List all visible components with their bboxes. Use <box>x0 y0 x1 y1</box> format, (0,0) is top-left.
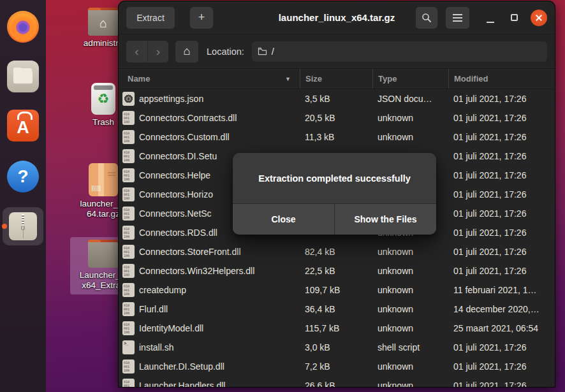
table-row[interactable]: appsettings.json 3,5 kB JSON docu… 01 ju… <box>119 89 555 108</box>
file-type: JSON docu… <box>372 94 448 104</box>
file-type: unknown <box>372 323 448 333</box>
table-row[interactable]: Launcher.DI.Setup.dll 7,2 kB unknown 01 … <box>119 357 555 376</box>
location-field[interactable]: / <box>252 41 547 62</box>
file-modified: 01 juli 2021, 17:26 <box>448 170 555 180</box>
dock-item-help[interactable]: ? <box>0 161 46 192</box>
minimize-button[interactable] <box>487 22 494 23</box>
file-name: createdump <box>139 285 300 295</box>
file-modified: 01 juli 2021, 17:26 <box>448 266 555 276</box>
location-bar: ‹ › ⌂ Location: / <box>119 34 555 69</box>
binary-file-icon <box>122 359 135 374</box>
binary-file-icon <box>122 321 135 335</box>
forward-button[interactable]: › <box>147 41 168 62</box>
ubuntu-software-icon: A <box>7 110 39 142</box>
trash-icon: ♻ <box>91 83 116 115</box>
binary-file-icon <box>122 302 135 316</box>
file-modified: 01 juli 2021, 17:26 <box>448 208 555 219</box>
search-icon <box>422 13 432 23</box>
binary-file-icon <box>122 245 135 259</box>
close-dialog-button[interactable]: Close <box>233 204 334 235</box>
dialog-message: Extraction completed successfully <box>233 153 436 203</box>
file-modified: 01 juli 2021, 17:26 <box>448 381 555 387</box>
shell-script-icon <box>122 340 135 354</box>
table-row[interactable]: Flurl.dll 36,4 kB unknown 14 december 20… <box>119 300 555 319</box>
dock-item-archive-manager[interactable] <box>3 207 43 245</box>
close-window-button[interactable] <box>531 10 547 26</box>
table-row[interactable]: Connectors.Custom.dll 11,3 kB unknown 01… <box>119 127 555 147</box>
show-the-files-button[interactable]: Show the Files <box>334 204 436 235</box>
file-modified: 11 februari 2021, 1… <box>448 285 555 295</box>
binary-file-icon <box>122 379 135 387</box>
column-header-name[interactable]: Name ▼ <box>119 69 300 89</box>
file-name: Connectors.Contracts.dll <box>139 113 300 123</box>
binary-file-icon <box>122 130 135 144</box>
file-modified: 01 juli 2021, 17:26 <box>448 342 555 352</box>
file-type: unknown <box>372 266 448 276</box>
file-modified: 01 juli 2021, 17:26 <box>448 113 555 123</box>
archive-manager-icon <box>9 212 37 240</box>
file-modified: 01 juli 2021, 17:26 <box>448 151 555 161</box>
file-size: 26,6 kB <box>300 381 372 387</box>
search-button[interactable] <box>416 7 437 29</box>
file-name: Connectors.Custom.dll <box>139 132 300 142</box>
table-row[interactable]: Launcher.Handlers.dll 26,6 kB unknown 01… <box>119 376 555 387</box>
maximize-button[interactable] <box>511 14 518 21</box>
back-button[interactable]: ‹ <box>126 41 147 62</box>
table-row[interactable]: IdentityModel.dll 115,7 kB unknown 25 ma… <box>119 319 555 338</box>
home-folder-icon: ⌂ <box>88 10 119 36</box>
file-name: Launcher.Handlers.dll <box>139 381 300 387</box>
dock-item-files[interactable] <box>0 61 46 92</box>
file-size: 11,3 kB <box>300 132 372 142</box>
file-modified: 01 juli 2021, 17:26 <box>448 189 555 200</box>
table-row[interactable]: createdump 109,7 kB unknown 11 februari … <box>119 280 555 300</box>
file-size: 115,7 kB <box>300 323 372 333</box>
table-row[interactable]: Connectors.StoreFront.dll 82,4 kB unknow… <box>119 242 555 261</box>
file-size: 3,5 kB <box>300 94 372 104</box>
add-files-button[interactable]: + <box>190 7 213 29</box>
file-size: 82,4 kB <box>300 247 372 257</box>
file-type: unknown <box>372 132 448 142</box>
column-header-size[interactable]: Size <box>300 69 372 89</box>
archive-manager-window: Extract + launcher_linux_x64.tar.gz ‹ › … <box>119 1 555 387</box>
json-file-icon <box>122 92 135 106</box>
file-name: Connectors.StoreFront.dll <box>139 247 300 257</box>
file-type: unknown <box>372 247 448 257</box>
dock-item-firefox[interactable] <box>0 11 46 43</box>
dock-item-ubuntu-software[interactable]: A <box>0 110 46 142</box>
file-type: shell script <box>372 342 448 352</box>
extract-button[interactable]: Extract <box>126 7 175 29</box>
file-size: 109,7 kB <box>300 285 372 295</box>
table-row[interactable]: Connectors.Win32Helpers.dll 22,5 kB unkn… <box>119 261 555 280</box>
column-header-type[interactable]: Type <box>372 69 448 89</box>
file-name: install.sh <box>139 342 300 352</box>
table-row[interactable]: install.sh 3,0 kB shell script 01 juli 2… <box>119 338 555 357</box>
folder-icon <box>258 47 267 55</box>
file-modified: 01 juli 2021, 17:26 <box>448 247 555 257</box>
file-type: unknown <box>372 381 448 387</box>
sort-descending-icon: ▼ <box>285 76 291 82</box>
extraction-complete-dialog: Extraction completed successfully Close … <box>233 153 436 235</box>
file-modified: 01 juli 2021, 17:26 <box>448 94 555 104</box>
folder-icon <box>88 242 119 268</box>
file-table-body: appsettings.json 3,5 kB JSON docu… 01 ju… <box>119 89 555 387</box>
titlebar[interactable]: Extract + launcher_linux_x64.tar.gz <box>119 1 555 34</box>
firefox-icon <box>7 11 39 43</box>
column-header-modified[interactable]: Modified <box>448 69 555 89</box>
zipper-pull-icon <box>21 226 25 230</box>
file-modified: 01 juli 2021, 17:26 <box>448 132 555 142</box>
home-button[interactable]: ⌂ <box>175 41 198 62</box>
table-header: Name ▼ Size Type Modified <box>119 69 555 89</box>
hamburger-menu-button[interactable] <box>446 7 469 29</box>
current-path: / <box>272 47 274 57</box>
file-size: 20,5 kB <box>300 113 372 123</box>
hamburger-icon <box>453 14 462 15</box>
file-type: unknown <box>372 285 448 295</box>
file-modified: 25 maart 2021, 06:54 <box>448 323 555 333</box>
location-label: Location: <box>207 47 244 57</box>
binary-file-icon <box>122 226 135 240</box>
file-type: unknown <box>372 113 448 123</box>
table-row[interactable]: Connectors.Contracts.dll 20,5 kB unknown… <box>119 108 555 127</box>
file-size: 36,4 kB <box>300 304 372 314</box>
file-size: 7,2 kB <box>300 361 372 372</box>
binary-file-icon <box>122 111 135 125</box>
